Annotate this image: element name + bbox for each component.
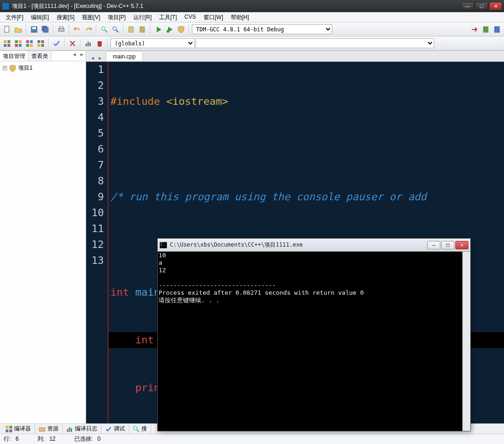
print-button[interactable]: [56, 24, 66, 35]
search-icon: [133, 426, 139, 432]
cancel-button[interactable]: [67, 38, 78, 49]
sidebar-tab-project[interactable]: 项目管理: [0, 51, 29, 61]
svg-line-8: [105, 30, 107, 32]
file-tab-main[interactable]: main.cpp: [106, 51, 143, 61]
svg-rect-14: [483, 27, 488, 32]
console-close-button[interactable]: ✕: [455, 241, 468, 249]
grid-icon: [6, 426, 12, 432]
console-icon: [160, 242, 167, 248]
save-button[interactable]: [29, 24, 39, 35]
insert-icon: [493, 26, 501, 33]
tab-next-button[interactable]: ▸: [78, 51, 86, 61]
svg-rect-18: [4, 44, 7, 47]
console-output[interactable]: 10 a 12 --------------------------------…: [158, 252, 462, 431]
svg-rect-33: [88, 42, 89, 46]
members-combo[interactable]: [196, 38, 434, 48]
svg-rect-16: [4, 40, 7, 43]
menu-search[interactable]: 搜索[S]: [53, 12, 79, 22]
tab-prev-button[interactable]: ◂: [71, 51, 78, 61]
run-button[interactable]: [138, 24, 148, 35]
menu-help[interactable]: 帮助[H]: [227, 12, 253, 22]
svg-rect-23: [19, 44, 22, 47]
chart-icon: [66, 426, 73, 432]
profile-button[interactable]: [83, 38, 94, 49]
svg-rect-26: [26, 44, 29, 47]
tree-project-root[interactable]: + 项目1: [2, 63, 84, 73]
tab-debug[interactable]: 调试: [102, 424, 129, 434]
console-minimize-button[interactable]: —: [427, 241, 440, 249]
trash-button[interactable]: [95, 38, 105, 49]
svg-rect-32: [86, 44, 87, 46]
svg-rect-11: [129, 27, 133, 32]
svg-rect-38: [9, 429, 12, 432]
tab-compile-log[interactable]: 编译日志: [63, 424, 102, 434]
tab-resources[interactable]: 资源: [35, 424, 63, 434]
svg-rect-0: [5, 26, 9, 32]
compile-button[interactable]: [126, 24, 137, 35]
compiler-combo[interactable]: TDM-GCC 4.8.1 64-bit Debug: [192, 24, 332, 34]
project-tree[interactable]: + 项目1: [0, 61, 86, 423]
svg-point-7: [102, 27, 105, 30]
titlebar: 项目1 - [项目1111.dev] - [Executing] - Dev-C…: [0, 0, 504, 12]
svg-rect-31: [41, 44, 44, 47]
check-button[interactable]: [51, 38, 62, 49]
svg-rect-12: [140, 27, 145, 32]
console-window[interactable]: C:\Users\xbs\Documents\CC++\项目1111.exe —…: [157, 238, 471, 431]
tab-compiler[interactable]: 编译器: [2, 424, 35, 434]
console-titlebar[interactable]: C:\Users\xbs\Documents\CC++\项目1111.exe —…: [158, 239, 470, 252]
menu-tools[interactable]: 工具[T]: [155, 12, 181, 22]
rebuild-button[interactable]: [165, 24, 175, 35]
goto-button[interactable]: [469, 24, 480, 35]
replace-button[interactable]: [110, 24, 121, 35]
menu-edit[interactable]: 编辑[E]: [27, 12, 53, 22]
shield-icon: [9, 65, 16, 72]
svg-rect-29: [41, 40, 44, 43]
status-row: 6: [15, 436, 19, 442]
grid4-button[interactable]: [36, 38, 46, 49]
tab-search-results[interactable]: 搜: [129, 424, 151, 434]
svg-rect-5: [58, 29, 64, 31]
scope-combo[interactable]: (globals): [110, 38, 195, 48]
menu-file[interactable]: 文件[F]: [2, 12, 27, 22]
find-button[interactable]: [99, 24, 110, 35]
bookmark-button[interactable]: [481, 24, 491, 35]
compile-run-button[interactable]: [153, 24, 164, 35]
menu-window[interactable]: 窗口[W]: [200, 12, 227, 22]
open-button[interactable]: [13, 24, 23, 35]
new-file-button[interactable]: [2, 24, 12, 35]
debug-button[interactable]: [176, 24, 186, 35]
close-button[interactable]: ✕: [489, 2, 502, 10]
chart-icon: [85, 40, 92, 47]
toolbar-secondary: (globals): [0, 36, 504, 51]
console-scrollbar[interactable]: [462, 252, 470, 431]
grid2-button[interactable]: [2, 38, 12, 49]
line-gutter: 12345678910111213: [86, 62, 109, 444]
redo-button[interactable]: [83, 24, 94, 35]
save-all-button[interactable]: [40, 24, 51, 35]
menu-view[interactable]: 视图[V]: [78, 12, 104, 22]
folder-icon: [39, 426, 45, 432]
grid2b-button[interactable]: [13, 38, 23, 49]
maximize-button[interactable]: □: [475, 2, 488, 10]
grid-icon: [15, 40, 22, 47]
undo-button[interactable]: [72, 24, 82, 35]
status-col-label: 列:: [37, 436, 44, 442]
minimize-button[interactable]: —: [461, 2, 474, 10]
grid3-button[interactable]: [24, 38, 35, 49]
insert-button[interactable]: [492, 24, 502, 35]
compile-icon: [128, 26, 135, 33]
svg-rect-22: [15, 44, 18, 47]
sidebar-tab-classes[interactable]: 查看类: [29, 51, 51, 61]
folder-open-icon: [15, 26, 22, 33]
menu-project[interactable]: 项目[P]: [104, 12, 130, 22]
console-maximize-button[interactable]: □: [441, 241, 454, 249]
menu-run[interactable]: 运行[R]: [130, 12, 155, 22]
file-tab-next[interactable]: ▸: [96, 55, 104, 61]
check-icon: [105, 426, 112, 432]
svg-rect-2: [32, 27, 36, 29]
arrow-right-icon: [471, 26, 478, 33]
tree-expand-toggle[interactable]: +: [3, 66, 7, 70]
file-tabs: ◂ ▸ main.cpp: [86, 51, 504, 62]
menu-cvs[interactable]: CVS: [181, 12, 200, 22]
file-tab-prev[interactable]: ◂: [89, 55, 96, 61]
